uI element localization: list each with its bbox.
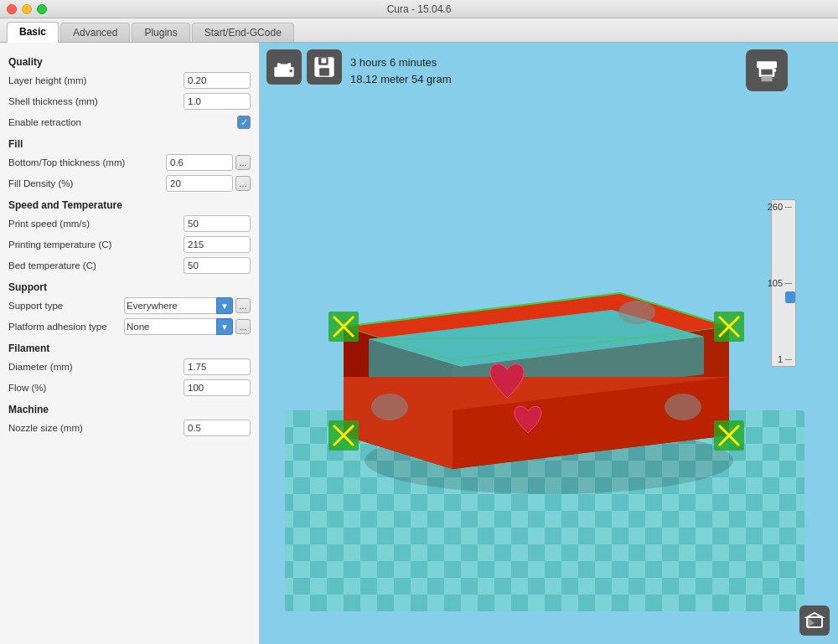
extra-platform-adhesion[interactable]: … bbox=[235, 319, 251, 334]
input-bed-temp[interactable] bbox=[184, 257, 251, 274]
section-support: Support bbox=[8, 281, 251, 293]
ruler-line-mid bbox=[785, 283, 792, 284]
label-support-type: Support type bbox=[8, 301, 124, 311]
checkbox-enable-retraction[interactable]: ✓ bbox=[237, 116, 251, 129]
tab-basic[interactable]: Basic bbox=[7, 22, 59, 43]
input-print-temp[interactable] bbox=[184, 236, 251, 253]
ruler: 260 105 1 bbox=[771, 199, 796, 367]
print-time: 3 hours 6 minutes bbox=[350, 54, 452, 71]
select-support-type[interactable]: Everywhere Touching buildplate None bbox=[124, 297, 217, 314]
select-platform-arrow[interactable]: ▼ bbox=[216, 318, 233, 335]
maximize-button[interactable] bbox=[37, 4, 47, 14]
section-machine: Machine bbox=[8, 404, 251, 415]
ruler-mark-bot: 1 bbox=[778, 354, 792, 364]
tab-plugins[interactable]: Plugins bbox=[132, 23, 189, 42]
ruler-mark-top: 260 bbox=[768, 202, 792, 212]
input-shell-thickness[interactable] bbox=[184, 93, 251, 110]
label-layer-height: Layer height (mm) bbox=[8, 75, 184, 85]
input-print-speed[interactable] bbox=[184, 215, 251, 232]
input-flow[interactable] bbox=[184, 379, 251, 396]
field-print-speed: Print speed (mm/s) bbox=[8, 214, 251, 233]
svg-point-42 bbox=[371, 394, 408, 420]
ruler-mark-mid: 105 bbox=[768, 278, 792, 288]
label-bottom-top-thickness: Bottom/Top thickness (mm) bbox=[8, 157, 166, 167]
svg-rect-7 bbox=[322, 59, 327, 64]
input-bottom-top-thickness[interactable] bbox=[166, 154, 233, 171]
close-button[interactable] bbox=[7, 4, 17, 14]
tab-advanced[interactable]: Advanced bbox=[60, 23, 130, 42]
svg-point-43 bbox=[665, 394, 701, 420]
load-model-button[interactable] bbox=[266, 49, 302, 85]
input-nozzle-size[interactable] bbox=[184, 420, 251, 436]
input-layer-height[interactable] bbox=[184, 72, 251, 89]
svg-marker-46 bbox=[807, 613, 822, 617]
extra-bottom-top[interactable]: … bbox=[235, 155, 251, 170]
field-bottom-top-thickness: Bottom/Top thickness (mm) … bbox=[8, 153, 251, 172]
tab-start-end-gcode[interactable]: Start/End-GCode bbox=[192, 23, 294, 42]
viewport[interactable]: 3 hours 6 minutes 18.12 meter 54 gram bbox=[260, 43, 838, 644]
minimize-button[interactable] bbox=[22, 4, 32, 14]
save-gcode-button[interactable] bbox=[307, 49, 342, 85]
field-fill-density: Fill Density (%) … bbox=[8, 174, 251, 193]
extra-support-type[interactable]: … bbox=[235, 298, 251, 313]
label-print-speed: Print speed (mm/s) bbox=[8, 219, 184, 229]
label-platform-adhesion: Platform adhesion type bbox=[8, 322, 124, 332]
window-title: Cura - 15.04.6 bbox=[387, 3, 452, 15]
window-controls[interactable] bbox=[7, 4, 47, 14]
ruler-slider-handle[interactable] bbox=[785, 291, 795, 303]
svg-rect-2 bbox=[280, 59, 287, 64]
field-diameter: Diameter (mm) bbox=[8, 358, 251, 376]
label-nozzle-size: Nozzle size (mm) bbox=[8, 423, 184, 433]
field-bed-temp: Bed temperature (C) bbox=[8, 256, 251, 275]
ruler-line-top bbox=[785, 207, 792, 208]
field-print-temp: Printing temperature (C) bbox=[8, 235, 251, 254]
svg-marker-47 bbox=[807, 617, 815, 627]
svg-point-3 bbox=[289, 70, 292, 73]
svg-point-44 bbox=[618, 301, 655, 324]
titlebar: Cura - 15.04.6 bbox=[0, 0, 838, 18]
view-angle-button[interactable] bbox=[799, 605, 830, 636]
viewport-toolbar: 3 hours 6 minutes 18.12 meter 54 gram bbox=[266, 49, 452, 87]
label-print-temp: Printing temperature (C) bbox=[8, 240, 184, 250]
section-speed: Speed and Temperature bbox=[8, 199, 251, 211]
input-diameter[interactable] bbox=[184, 358, 251, 375]
label-diameter: Diameter (mm) bbox=[8, 362, 184, 372]
main-layout: Quality Layer height (mm) Shell thicknes… bbox=[0, 43, 838, 644]
field-layer-height: Layer height (mm) bbox=[8, 71, 251, 90]
extra-fill-density[interactable]: … bbox=[235, 176, 251, 191]
print-info: 3 hours 6 minutes 18.12 meter 54 gram bbox=[350, 54, 452, 87]
section-filament: Filament bbox=[8, 343, 251, 354]
field-platform-adhesion: Platform adhesion type None Brim Raft ▼ … bbox=[8, 317, 251, 336]
section-fill: Fill bbox=[8, 138, 251, 150]
label-flow: Flow (%) bbox=[8, 383, 184, 393]
label-bed-temp: Bed temperature (C) bbox=[8, 260, 184, 270]
field-flow: Flow (%) bbox=[8, 379, 251, 397]
label-fill-density: Fill Density (%) bbox=[8, 178, 166, 188]
print-material: 18.12 meter 54 gram bbox=[350, 71, 452, 88]
select-support-arrow[interactable]: ▼ bbox=[216, 297, 233, 314]
input-fill-density[interactable] bbox=[166, 175, 233, 192]
select-support-type-wrapper: Everywhere Touching buildplate None ▼ bbox=[124, 297, 233, 314]
settings-panel: Quality Layer height (mm) Shell thicknes… bbox=[0, 43, 260, 644]
section-quality: Quality bbox=[8, 56, 251, 68]
select-platform-wrapper: None Brim Raft ▼ bbox=[124, 318, 233, 335]
label-shell-thickness: Shell thickness (mm) bbox=[8, 96, 184, 106]
field-shell-thickness: Shell thickness (mm) bbox=[8, 92, 251, 111]
label-enable-retraction: Enable retraction bbox=[8, 117, 237, 127]
field-nozzle-size: Nozzle size (mm) bbox=[8, 419, 251, 437]
ruler-line-bot bbox=[785, 359, 792, 360]
tab-bar: Basic Advanced Plugins Start/End-GCode bbox=[0, 18, 838, 43]
field-support-type: Support type Everywhere Touching buildpl… bbox=[8, 296, 251, 315]
select-platform-adhesion[interactable]: None Brim Raft bbox=[124, 318, 217, 335]
svg-rect-6 bbox=[319, 68, 329, 75]
field-enable-retraction: Enable retraction ✓ bbox=[8, 113, 251, 131]
